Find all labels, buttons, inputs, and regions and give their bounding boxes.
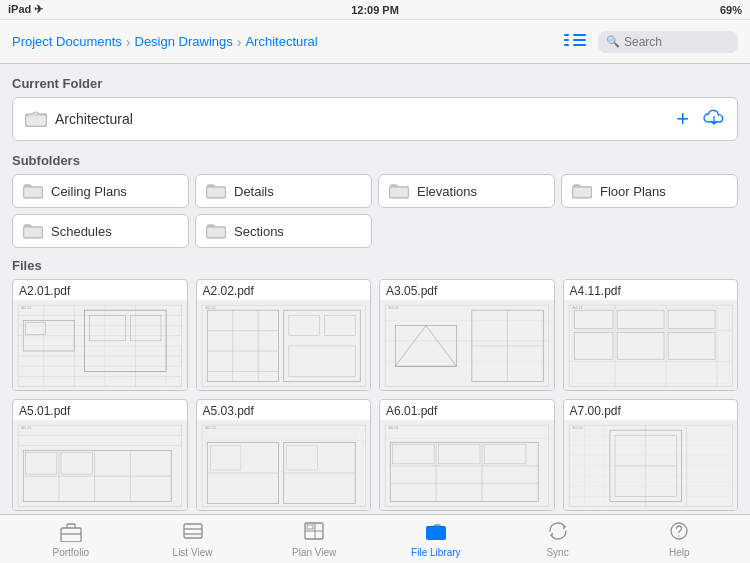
svg-rect-7 <box>207 187 225 197</box>
files-label: Files <box>12 258 738 273</box>
status-bar: iPad ✈ 12:09 PM 69% <box>0 0 750 20</box>
tab-file-library[interactable]: File Library <box>375 520 497 558</box>
svg-text:A2.01: A2.01 <box>21 305 32 310</box>
svg-rect-76 <box>13 420 186 510</box>
file-item-7[interactable]: A7.00.pdf <box>563 399 739 511</box>
svg-text:A5.03: A5.03 <box>205 425 216 430</box>
file-name-4: A5.01.pdf <box>13 400 187 420</box>
svg-text:A6.01: A6.01 <box>388 425 399 430</box>
subfolders-label: Subfolders <box>12 153 738 168</box>
file-name-2: A3.05.pdf <box>380 280 554 300</box>
file-thumbnail-5: A5.03 <box>197 420 371 510</box>
svg-rect-1 <box>26 115 46 126</box>
current-folder-name: Architectural <box>25 111 133 127</box>
subfolder-folder-icon-2 <box>389 183 409 199</box>
file-item-5[interactable]: A5.03.pdf A5.03 <box>196 399 372 511</box>
folder-icon <box>25 111 47 127</box>
file-thumbnail-7: A7.00 <box>564 420 738 510</box>
file-item-6[interactable]: A6.01.pdf A6.01 <box>379 399 555 511</box>
list-view-icon[interactable] <box>564 34 586 50</box>
plan-view-icon <box>302 520 326 545</box>
main-content: Current Folder Architectural + S <box>0 64 750 514</box>
nav-bar-actions: 🔍 <box>564 31 738 53</box>
cloud-download-icon[interactable] <box>703 108 725 131</box>
add-folder-button[interactable]: + <box>676 106 689 132</box>
svg-rect-13 <box>24 227 42 237</box>
sync-icon <box>546 520 570 545</box>
file-name-0: A2.01.pdf <box>13 280 187 300</box>
breadcrumb-item-2[interactable]: Architectural <box>245 34 317 49</box>
svg-rect-9 <box>390 187 408 197</box>
svg-rect-128 <box>61 528 81 542</box>
tab-sync[interactable]: Sync <box>497 520 619 558</box>
breadcrumb-separator-0: › <box>126 34 131 50</box>
subfolder-name-4: Schedules <box>51 224 112 239</box>
svg-rect-5 <box>24 187 42 197</box>
svg-rect-61 <box>564 300 737 390</box>
list-view-tab-icon <box>181 520 205 545</box>
file-thumbnail-6: A6.01 <box>380 420 554 510</box>
file-name-5: A5.03.pdf <box>197 400 371 420</box>
svg-rect-99 <box>380 420 553 510</box>
portfolio-icon <box>59 520 83 545</box>
subfolder-item-0[interactable]: Ceiling Plans <box>12 174 189 208</box>
tab-portfolio[interactable]: Portfolio <box>10 520 132 558</box>
subfolders-grid: Ceiling Plans Details Elevations <box>12 174 738 248</box>
file-item-2[interactable]: A3.05.pdf A3.05 <box>379 279 555 391</box>
tab-label-sync: Sync <box>546 547 568 558</box>
tab-help[interactable]: Help <box>618 520 740 558</box>
search-icon: 🔍 <box>606 35 620 48</box>
file-item-1[interactable]: A2.02.pdf A2.02 <box>196 279 372 391</box>
tab-label-list-view: List View <box>173 547 213 558</box>
file-item-0[interactable]: A2.01.pdf <box>12 279 188 391</box>
subfolder-item-3[interactable]: Floor Plans <box>561 174 738 208</box>
subfolder-item-2[interactable]: Elevations <box>378 174 555 208</box>
search-input[interactable] <box>624 35 730 49</box>
help-icon <box>667 520 691 545</box>
subfolder-item-1[interactable]: Details <box>195 174 372 208</box>
subfolder-item-5[interactable]: Sections <box>195 214 372 248</box>
file-name-1: A2.02.pdf <box>197 280 371 300</box>
file-thumbnail-3: A4.11 <box>564 300 738 390</box>
svg-rect-130 <box>184 524 202 538</box>
subfolder-name-5: Sections <box>234 224 284 239</box>
file-library-icon <box>424 520 448 545</box>
status-ipad-label: iPad ✈ <box>8 3 43 16</box>
svg-text:A7.00: A7.00 <box>572 425 583 430</box>
tab-label-plan-view: Plan View <box>292 547 336 558</box>
svg-point-140 <box>678 535 679 536</box>
tab-label-help: Help <box>669 547 690 558</box>
search-box[interactable]: 🔍 <box>598 31 738 53</box>
breadcrumb-item-0[interactable]: Project Documents <box>12 34 122 49</box>
svg-rect-11 <box>573 187 591 197</box>
current-folder-box: Architectural + <box>12 97 738 141</box>
breadcrumb-item-1[interactable]: Design Drawings <box>135 34 233 49</box>
tab-bar: Portfolio List View Plan View <box>0 514 750 563</box>
subfolder-folder-icon-1 <box>206 183 226 199</box>
subfolder-name-0: Ceiling Plans <box>51 184 127 199</box>
file-item-4[interactable]: A5.01.pdf A5.01 <box>12 399 188 511</box>
tab-plan-view[interactable]: Plan View <box>253 520 375 558</box>
svg-point-2 <box>27 115 29 117</box>
svg-rect-136 <box>307 525 313 529</box>
nav-bar: Project Documents › Design Drawings › Ar… <box>0 20 750 64</box>
svg-text:A3.05: A3.05 <box>388 305 399 310</box>
svg-text:A4.11: A4.11 <box>572 305 583 310</box>
subfolder-folder-icon-4 <box>23 223 43 239</box>
subfolder-name-3: Floor Plans <box>600 184 666 199</box>
subfolder-folder-icon-5 <box>206 223 226 239</box>
file-item-3[interactable]: A4.11.pdf A4.11 <box>563 279 739 391</box>
folder-actions: + <box>676 106 725 132</box>
svg-text:A2.02: A2.02 <box>205 305 216 310</box>
file-thumbnail-4: A5.01 <box>13 420 187 510</box>
tab-list-view[interactable]: List View <box>132 520 254 558</box>
subfolder-folder-icon-0 <box>23 183 43 199</box>
file-thumbnail-2: A3.05 <box>380 300 554 390</box>
subfolder-item-4[interactable]: Schedules <box>12 214 189 248</box>
tab-label-file-library: File Library <box>411 547 460 558</box>
svg-text:A5.01: A5.01 <box>21 425 32 430</box>
subfolder-folder-icon-3 <box>572 183 592 199</box>
status-time: 12:09 PM <box>351 4 399 16</box>
svg-rect-138 <box>427 527 445 539</box>
files-grid: A2.01.pdf <box>12 279 738 511</box>
